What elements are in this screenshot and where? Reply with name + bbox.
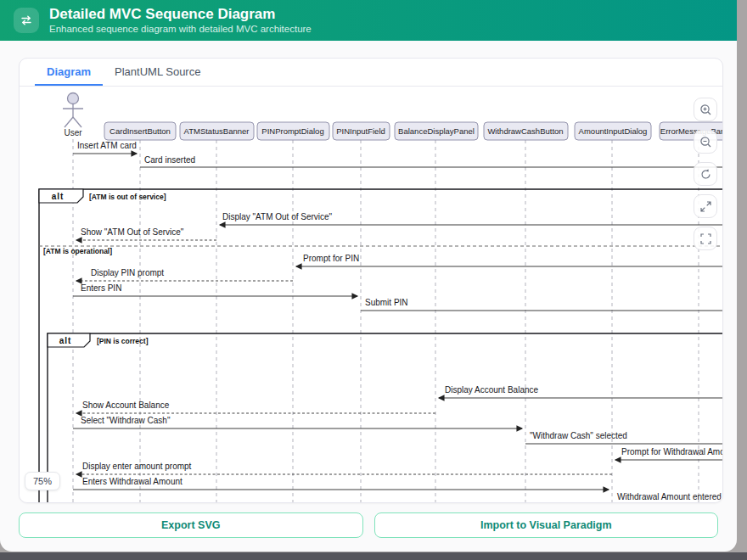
message-label: Card inserted (144, 155, 195, 165)
fragment-operator: alt (52, 192, 65, 201)
fragment-operator: alt (59, 336, 72, 345)
message-label: Display "ATM Out of Service" (222, 212, 333, 221)
reset-view-button[interactable] (694, 162, 717, 186)
zoom-controls (694, 98, 717, 250)
zoom-level-badge: 75% (25, 472, 60, 490)
page-title: Detailed MVC Sequence Diagram (49, 6, 312, 23)
actor-user: User (63, 93, 83, 138)
message-label: Show Account Balance (82, 400, 170, 410)
message-label: Select "Withdraw Cash" (81, 416, 171, 425)
fragment-guard: [PIN is correct] (97, 337, 149, 345)
participant-box: CardInsertButton (110, 126, 171, 136)
participant-box: PINInputField (336, 126, 385, 136)
diagram-panel: Diagram PlantUML Source (19, 58, 723, 503)
participant-box: ATMStatusBanner (184, 126, 250, 136)
participant-box: BalanceDisplayPanel (398, 126, 475, 136)
message-label: Prompt for Withdrawal Amount (621, 447, 722, 456)
fragment-guard: [ATM is out of service] (89, 193, 166, 201)
import-visual-paradigm-button[interactable]: Import to Visual Paradigm (374, 512, 719, 538)
fullscreen-button[interactable] (694, 227, 717, 250)
fit-to-screen-button[interactable] (694, 194, 717, 218)
participant-box: AmountInputDialog (579, 126, 648, 136)
participant-box: PINPromptDialog (261, 126, 323, 136)
page-subtitle: Enhanced sequence diagram with detailed … (49, 24, 312, 35)
messages: Insert ATM card Card inserted Display "A… (73, 141, 722, 501)
message-label: Enters Withdrawal Amount (82, 477, 183, 486)
app-window: Detailed MVC Sequence Diagram Enhanced s… (0, 0, 737, 552)
participants: CardInsertButton ATMStatusBanner PINProm… (104, 122, 722, 140)
message-label: Display enter amount prompt (82, 462, 192, 471)
participant-box: WithdrawCashButton (487, 126, 563, 136)
message-label: Display Account Balance (445, 385, 539, 395)
tab-diagram[interactable]: Diagram (35, 59, 103, 86)
lifelines (73, 139, 699, 502)
header: Detailed MVC Sequence Diagram Enhanced s… (0, 0, 737, 41)
tab-bar: Diagram PlantUML Source (20, 59, 722, 87)
message-label: Show "ATM Out of Service" (81, 227, 184, 237)
message-label: Insert ATM card (77, 141, 137, 150)
export-svg-button[interactable]: Export SVG (19, 512, 363, 538)
message-label: "Withdraw Cash" selected (530, 431, 627, 440)
swap-arrows-icon (14, 8, 39, 33)
zoom-in-button[interactable] (694, 98, 717, 121)
message-label: Prompt for PIN (303, 254, 359, 263)
actor-label: User (64, 128, 82, 137)
page-bottom-band (0, 552, 747, 560)
diagram-viewport[interactable]: User CardInsertButton ATMStatusBanner PI… (20, 87, 722, 502)
message-label: Display PIN prompt (91, 268, 164, 277)
zoom-out-button[interactable] (694, 130, 717, 154)
message-label: Enters PIN (81, 283, 121, 293)
message-label: Withdrawal Amount entered (617, 492, 722, 501)
action-bar: Export SVG Import to Visual Paradigm (19, 512, 718, 538)
tab-plantuml-source[interactable]: PlantUML Source (103, 59, 212, 86)
message-label: Submit PIN (365, 298, 408, 307)
fragment-guard: [ATM is operational] (43, 247, 112, 255)
sequence-diagram: User CardInsertButton ATMStatusBanner PI… (20, 87, 722, 502)
